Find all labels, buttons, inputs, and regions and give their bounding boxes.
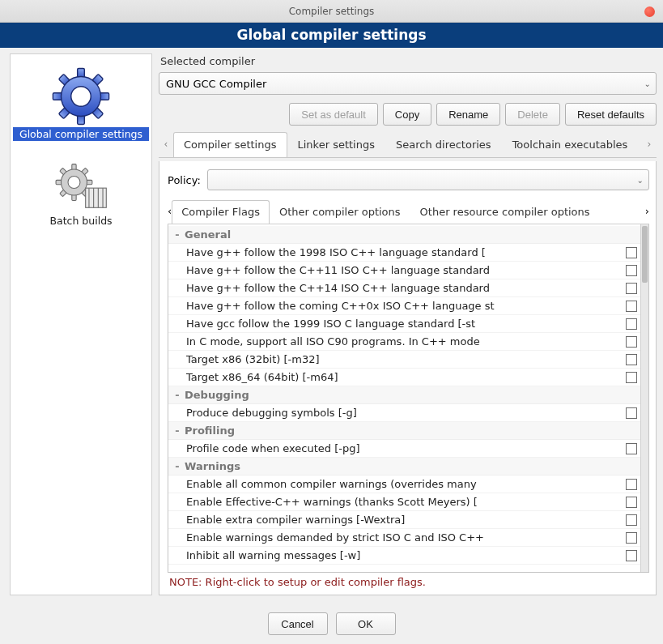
flag-label: Target x86 (32bit) [-m32] [186, 353, 626, 365]
sidebar-item-batch-builds[interactable]: Batch builds [13, 154, 149, 232]
flag-row[interactable]: Target x86 (32bit) [-m32] [168, 351, 640, 369]
chevron-down-icon: ⌄ [637, 176, 644, 185]
close-icon[interactable] [644, 6, 655, 17]
copy-button[interactable]: Copy [383, 103, 431, 126]
flag-label: Have g++ follow the C++11 ISO C++ langua… [186, 264, 626, 276]
rename-button[interactable]: Rename [436, 103, 500, 126]
flag-row[interactable]: Enable all common compiler warnings (ove… [168, 476, 640, 493]
flag-checkbox[interactable] [626, 336, 637, 348]
flags-tree: -GeneralHave g++ follow the 1998 ISO C++… [168, 224, 649, 573]
flag-row[interactable]: Inhibit all warning messages [-w] [168, 547, 640, 565]
tab-compiler-settings[interactable]: Compiler settings [173, 132, 287, 157]
category-label: Warnings [185, 460, 240, 472]
sidebar-item-label: Global compiler settings [13, 127, 149, 141]
tab-linker-settings[interactable]: Linker settings [287, 132, 385, 157]
tab-scroll-left-icon[interactable]: ‹ [159, 139, 173, 150]
collapse-toggle-icon[interactable]: - [172, 424, 183, 437]
main-tabstrip: ‹ Compiler settings Linker settings Sear… [159, 130, 657, 158]
subtab-other-compiler-options[interactable]: Other compiler options [270, 200, 410, 224]
ok-button[interactable]: OK [336, 612, 396, 635]
cancel-button[interactable]: Cancel [268, 612, 328, 635]
gear-icon [52, 67, 110, 126]
collapse-toggle-icon[interactable]: - [172, 460, 183, 472]
flag-row[interactable]: Have g++ follow the coming C++0x ISO C++… [168, 297, 640, 315]
collapse-toggle-icon[interactable]: - [172, 389, 183, 401]
flag-row[interactable]: Enable Effective-C++ warnings (thanks Sc… [168, 493, 640, 511]
flag-row[interactable]: Have g++ follow the C++14 ISO C++ langua… [168, 279, 640, 297]
flag-checkbox[interactable] [626, 479, 637, 490]
tab-toolchain-executables[interactable]: Toolchain executables [502, 132, 639, 157]
flag-checkbox[interactable] [626, 354, 637, 365]
sidebar-item-global-compiler[interactable]: Global compiler settings [13, 61, 149, 146]
subtab-compiler-flags[interactable]: Compiler Flags [172, 200, 270, 224]
main-panel: Selected compiler GNU GCC Compiler ⌄ Set… [159, 53, 657, 595]
batch-icon [52, 160, 110, 212]
flag-row[interactable]: Enable warnings demanded by strict ISO C… [168, 529, 640, 547]
flag-checkbox[interactable] [626, 550, 637, 561]
flag-checkbox[interactable] [626, 514, 637, 526]
flag-row[interactable]: Profile code when executed [-pg] [168, 440, 640, 458]
flag-label: Have gcc follow the 1999 ISO C language … [186, 318, 626, 330]
flag-checkbox[interactable] [626, 372, 637, 383]
delete-button[interactable]: Delete [505, 103, 560, 126]
scrollbar-thumb[interactable] [642, 226, 648, 283]
flag-label: Have g++ follow the coming C++0x ISO C++… [186, 300, 626, 312]
titlebar: Compiler settings [0, 0, 663, 23]
flag-label: Enable Effective-C++ warnings (thanks Sc… [186, 496, 626, 508]
flag-label: In C mode, support all ISO C90 programs.… [186, 335, 626, 348]
category-label: Profiling [185, 424, 235, 437]
flag-checkbox[interactable] [626, 283, 637, 294]
flag-row[interactable]: In C mode, support all ISO C90 programs.… [168, 333, 640, 351]
svg-point-5 [68, 177, 80, 189]
policy-dropdown[interactable]: ⌄ [207, 169, 649, 190]
category-label: Debugging [185, 389, 249, 401]
flag-checkbox[interactable] [626, 265, 637, 276]
collapse-toggle-icon[interactable]: - [172, 228, 183, 241]
sidebar: Global compiler settings [10, 53, 152, 595]
subtab-scroll-right-icon[interactable]: › [645, 205, 649, 217]
flag-row[interactable]: Have g++ follow the C++11 ISO C++ langua… [168, 262, 640, 279]
flag-category: -Profiling [168, 422, 640, 440]
flag-label: Target x86_64 (64bit) [-m64] [186, 371, 626, 383]
selected-compiler-value: GNU GCC Compiler [166, 78, 266, 90]
selected-compiler-dropdown[interactable]: GNU GCC Compiler ⌄ [159, 72, 657, 95]
flags-note: NOTE: Right-click to setup or edit compi… [168, 573, 649, 590]
banner-title: Global compiler settings [0, 23, 663, 48]
flag-checkbox[interactable] [626, 407, 637, 419]
flag-row[interactable]: Target x86_64 (64bit) [-m64] [168, 369, 640, 386]
flag-label: Profile code when executed [-pg] [186, 442, 626, 454]
flag-row[interactable]: Have g++ follow the 1998 ISO C++ languag… [168, 244, 640, 262]
window-title: Compiler settings [289, 6, 375, 17]
flag-label: Have g++ follow the C++14 ISO C++ langua… [186, 282, 626, 294]
flag-checkbox[interactable] [626, 497, 637, 508]
subtab-other-resource-compiler-options[interactable]: Other resource compiler options [410, 200, 600, 224]
sidebar-item-label: Batch builds [13, 214, 149, 228]
flag-label: Enable extra compiler warnings [-Wextra] [186, 514, 626, 526]
flag-category: -General [168, 226, 640, 244]
flag-category: -Warnings [168, 458, 640, 476]
selected-compiler-label: Selected compiler [159, 53, 657, 69]
tab-search-directories[interactable]: Search directories [385, 132, 502, 157]
compiler-settings-panel: Policy: ⌄ ‹ Compiler Flags Other compile… [159, 161, 657, 595]
set-as-default-button[interactable]: Set as default [289, 103, 378, 126]
flag-checkbox[interactable] [626, 532, 637, 544]
flag-checkbox[interactable] [626, 301, 637, 312]
policy-label: Policy: [168, 174, 201, 186]
reset-defaults-button[interactable]: Reset defaults [565, 103, 657, 126]
flag-label: Enable warnings demanded by strict ISO C… [186, 531, 626, 544]
tab-scroll-right-icon[interactable]: › [642, 139, 657, 150]
flag-label: Enable all common compiler warnings (ove… [186, 478, 626, 490]
flag-checkbox[interactable] [626, 247, 637, 258]
scrollbar[interactable] [640, 224, 648, 572]
flag-row[interactable]: Have gcc follow the 1999 ISO C language … [168, 315, 640, 333]
flag-category: -Debugging [168, 386, 640, 404]
flag-checkbox[interactable] [626, 318, 637, 330]
dialog-footer: Cancel OK [0, 603, 663, 644]
flag-row[interactable]: Enable extra compiler warnings [-Wextra] [168, 511, 640, 529]
flag-label: Have g++ follow the 1998 ISO C++ languag… [186, 246, 626, 258]
chevron-down-icon: ⌄ [644, 79, 651, 88]
flag-row[interactable]: Produce debugging symbols [-g] [168, 404, 640, 422]
flag-checkbox[interactable] [626, 443, 637, 454]
svg-point-2 [71, 87, 91, 106]
flag-label: Inhibit all warning messages [-w] [186, 549, 626, 561]
